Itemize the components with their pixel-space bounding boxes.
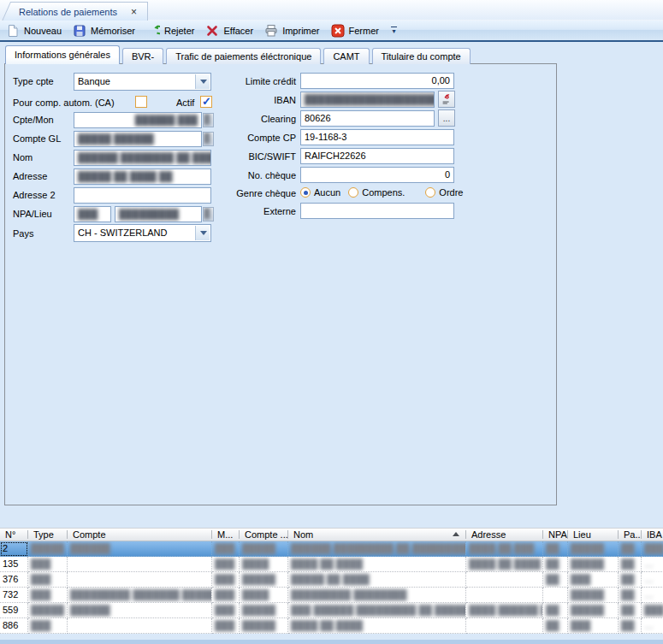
tab-camt[interactable]: CAMT [323, 48, 369, 64]
column-header-compte[interactable]: Compte [68, 529, 212, 541]
column-header-lieu[interactable]: Lieu [568, 529, 619, 541]
effacer-button[interactable]: Effacer [201, 22, 260, 39]
limite-credit-field[interactable]: 0,00 [300, 73, 454, 89]
sort-ascending-icon [453, 532, 459, 536]
column-header-label: M... [217, 529, 233, 540]
rejeter-button[interactable]: Rejeter [142, 22, 201, 39]
compte-cp-field[interactable]: 19-1168-3 [300, 129, 454, 145]
fermer-button[interactable]: Fermer [327, 22, 386, 39]
externe-field[interactable] [300, 203, 454, 219]
table-row[interactable]: 135██████████████ ██ ████████ ██ ███████… [0, 557, 663, 572]
tab-close-icon[interactable]: × [129, 7, 139, 17]
document-tab-relations-de-paiements[interactable]: Relations de paiements × [12, 2, 148, 21]
grid-cell: ███ [28, 557, 68, 572]
compte-gl-field[interactable]: █████ ██████ [74, 131, 202, 147]
redacted-text: ██ [546, 558, 559, 569]
table-row[interactable]: 376████████████████ ██ ███████████… [0, 572, 663, 588]
nouveau-button[interactable]: Nouveau [2, 22, 68, 39]
no-cheque-field[interactable]: 0 [300, 167, 454, 183]
grid-cell: ███ [568, 618, 619, 634]
column-header-nom[interactable]: Nom [288, 529, 466, 541]
tab-bvr[interactable]: BVR- [122, 48, 163, 64]
column-header-npa[interactable]: NPA [543, 529, 568, 541]
redacted-text: ███ ██████ █████████ ██ ██████████ [291, 605, 466, 615]
redacted-text: ██ [621, 558, 635, 569]
toolbar-overflow-button[interactable]: ▾ [388, 22, 400, 38]
imprimer-button[interactable]: Imprimer [260, 22, 326, 39]
adresse-value: █████ ██ ████ ██ [78, 171, 172, 181]
grid-cell: ██ [619, 557, 642, 572]
column-header-label: Nom [293, 529, 313, 540]
redacted-text: ███ [31, 558, 50, 569]
redacted-text: … [644, 558, 654, 569]
pour-comp-label: Pour comp. autom. (CA) [13, 95, 115, 111]
grid-cell: █████ [240, 603, 288, 618]
grid-cell: █████████ ████████ [288, 588, 466, 603]
pays-select[interactable]: CH - SWITZERLAND [74, 224, 211, 242]
compte-gl-lookup-button[interactable]: █ [203, 132, 214, 146]
tab-informations-g-n-rales[interactable]: Informations générales [5, 45, 120, 64]
type-cpte-select[interactable]: Banque [74, 73, 211, 91]
redacted-text: █████ [242, 605, 275, 615]
actif-checkbox[interactable] [200, 96, 212, 108]
grid-cell: ███ [212, 588, 240, 603]
column-header-type[interactable]: Type [28, 529, 68, 541]
actif-label: Actif [176, 95, 194, 111]
redacted-text: ███ [31, 620, 50, 630]
nom-field[interactable]: ██████ ████████ ██ █████████ [74, 150, 211, 166]
column-header-n[interactable]: N° [0, 529, 28, 541]
npa-lieu-lookup-button[interactable]: █ [203, 207, 214, 222]
grid-cell: ██ [619, 618, 642, 634]
redacted-text: ████ ██ ███ [469, 543, 534, 553]
lieu-field[interactable]: █████████ [115, 206, 202, 222]
clearing-browse-button[interactable]: ... [438, 109, 455, 127]
column-header-m[interactable]: M... [212, 529, 240, 541]
redacted-text: ███ [215, 558, 234, 569]
bic-swift-field[interactable]: RAIFCH22626 [300, 148, 454, 164]
tab-titulaire-du-compte[interactable]: Titulaire du compte [372, 48, 471, 64]
cpte-mon-field[interactable]: ██████ ███ [74, 112, 202, 128]
memoriser-button[interactable]: Mémoriser [68, 22, 142, 39]
grid-cell: ███ [642, 541, 663, 557]
radio-ordre[interactable]: Ordre [425, 187, 463, 198]
grid-cell: ██ [619, 588, 642, 603]
clearing-field[interactable]: 80626 [300, 110, 435, 127]
iban-verify-button[interactable] [438, 91, 455, 108]
table-row[interactable]: 732████████████ ███████ ████████████████… [0, 588, 663, 603]
toolbar-button-label: Imprimer [282, 26, 319, 36]
cpte-mon-lookup-button[interactable]: █ [203, 113, 214, 127]
grid-cell: ██ [543, 557, 568, 572]
column-header-pa[interactable]: Pa... [619, 529, 642, 541]
radio-aucun[interactable]: Aucun [300, 187, 340, 198]
adresse-field[interactable]: █████ ██ ████ ██ [74, 168, 211, 185]
table-row[interactable]: 2█████████████████████████ █████████ ██ … [0, 541, 663, 557]
adresse2-field[interactable] [74, 187, 211, 204]
column-header-compte[interactable]: Compte ... [240, 529, 288, 541]
pour-comp-checkbox[interactable] [135, 96, 147, 108]
npa-field[interactable]: ███ [74, 206, 111, 222]
column-header-label: Compte ... [245, 529, 288, 540]
redacted-text: … [644, 574, 654, 584]
tab-trafic-de-paiements-l-ctronique[interactable]: Trafic de paiements éléctronique [166, 48, 321, 64]
radio-compens[interactable]: Compens. [348, 187, 405, 198]
table-row[interactable]: 559██████████████████████ ██████ ███████… [0, 603, 663, 618]
column-header-adresse[interactable]: Adresse [466, 529, 543, 541]
toolbar-button-label: Fermer [349, 26, 379, 36]
chevron-down-icon: ▾ [392, 28, 395, 34]
toolbar-button-label: Nouveau [24, 26, 62, 36]
no-cheque-label: No. chèque [215, 168, 296, 184]
delete-icon [205, 24, 219, 38]
grid-cell: ██ [543, 603, 568, 618]
table-row[interactable]: 886███████████████ ██ ███████████… [0, 618, 663, 634]
redacted-text: ██ [621, 543, 635, 553]
redacted-text: █████ [31, 543, 64, 553]
grid-cell: … [642, 557, 663, 572]
payment-relations-grid: N°TypeCompteM...Compte ...NomAdresseNPAL… [0, 528, 663, 640]
iban-field[interactable]: ████████████████████████ [300, 92, 435, 108]
compte-cp-value: 19-1168-3 [305, 132, 346, 142]
redacted-text: █████ [571, 543, 604, 553]
toolbar-buttons: NouveauMémoriserRejeterEffacerImprimerFe… [2, 22, 386, 39]
column-header-iba[interactable]: IBA [642, 529, 663, 541]
redacted-text: ██ [621, 574, 635, 584]
grid-cell: █████████ ███████ ████████ [68, 588, 212, 603]
